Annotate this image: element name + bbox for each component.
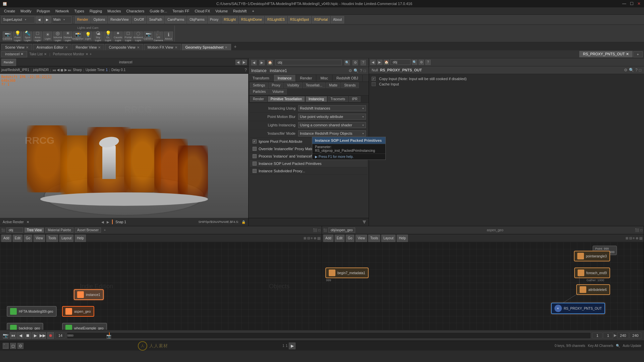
menu-redshift[interactable]: Redshift [230,8,249,14]
frame-end2[interactable]: 1 [603,333,613,339]
menu-volume[interactable]: Volume [213,8,230,14]
lnp-tools-btn[interactable]: Tools [46,235,58,242]
close-sceneview-icon[interactable]: ✕ [26,46,29,49]
rp-title-help[interactable]: ? [635,68,638,72]
props-stab-proxy[interactable]: Proxy [269,82,283,88]
right-node-content[interactable]: Point: 999 Metadata: 999 pointwrangle3 f… [322,242,644,330]
props-title-gear[interactable]: ⚙ [348,68,352,73]
rnp-tools-btn[interactable]: Tools [368,235,380,242]
rsportal-button[interactable]: RSPortal [312,16,330,23]
prop-instancing-dropdown[interactable]: Redshift Instances [298,105,366,111]
lnp-add-tab[interactable]: + [104,228,106,232]
props-stab-visibility[interactable]: Visibility [284,82,302,88]
lnp-edit-btn[interactable]: Edit [13,235,22,242]
node-hfta[interactable]: HFTA-Modeling00l-geo [7,306,57,317]
menu-characters[interactable]: Characters [124,8,147,14]
viewport-render-btn[interactable]: Render [1,59,16,66]
node-wheat[interactable]: wheatExample_geo [62,323,107,330]
vp-footer-close[interactable]: ✕ [26,220,29,224]
onoff-button[interactable]: On/Off [132,16,146,23]
shelf-camera-tool[interactable]: 📷 Camera [3,32,12,41]
props-search-icon[interactable]: 🔍 [344,60,350,65]
about-button[interactable]: About [331,16,344,23]
node-foreach-end9[interactable]: foreach_end9 [574,267,610,278]
props-tab-instance[interactable]: Instance [274,75,296,81]
props-stab-strands[interactable]: Strands [341,82,359,88]
tab-animeditor[interactable]: Animation Editor ✕ [33,44,71,50]
timeline-bar[interactable]: 0 50 100 150 200 📷 [67,332,591,339]
pb-prev[interactable]: ◀ [17,332,24,339]
frame-range-end[interactable]: 240 [630,333,641,339]
status-search-icon[interactable]: 🔍 [616,344,620,348]
tab-compositeview[interactable]: Composite View ✕ [105,44,143,50]
menu-rigging[interactable]: Rigging [87,8,105,14]
rp-title-search[interactable]: 🔍 [629,68,634,72]
props-title-expand[interactable]: □ [364,68,366,73]
subtab-add2[interactable]: + [633,51,643,57]
close-animeditor-icon[interactable]: ✕ [65,46,68,49]
close-button[interactable]: ✕ [637,1,641,6]
lnp-tab-materialpalette[interactable]: Material Palette [45,228,73,233]
menu-terrainff[interactable]: Terrain FF [170,8,192,14]
rnp-expand-btn[interactable]: ⬛ [323,229,327,232]
rp-title-expand[interactable]: □ [639,68,641,72]
shelf-camera2-tool[interactable]: 📷 Camera [144,32,153,41]
sb-btn2[interactable]: ◻ [10,343,16,349]
shelf-arealight-tool[interactable]: □ Area Light [33,32,42,41]
menu-muscles[interactable]: Muscles [105,8,123,14]
shelf-volumelight-tool[interactable]: ◎ Volume Light [53,32,62,41]
props-stab-particles[interactable]: Particles [250,89,269,95]
rp-nav-forward[interactable]: ▶ [377,60,382,65]
vp-next-btn[interactable]: ▶ [107,220,109,224]
add-tab-button[interactable]: + [232,43,238,50]
rp-help[interactable]: ? [425,60,431,65]
shelf-spotlight-tool[interactable]: 🔦 Spot Light [23,32,32,41]
close-geospreadsheet-icon[interactable]: ✕ [225,46,227,49]
rslighties-button[interactable]: RSLightIES [265,16,287,23]
rp-nav-back[interactable]: ◀ [370,60,376,65]
props-help-icon[interactable]: ? [361,60,366,65]
vp-pb5[interactable]: ⏭ [68,68,71,72]
shelf-distantlight-tool[interactable]: ☀ Distant Light [63,32,72,41]
vp-prev-btn[interactable]: ◀ [101,220,104,224]
props-tab-transform[interactable]: Transform [249,75,274,81]
prop-check-pivot[interactable] [253,139,257,143]
rnp-go-btn[interactable]: Go [346,235,354,242]
rnp-help-btn[interactable]: Help [397,235,408,242]
menu-cloudfx[interactable]: Cloud FX [192,8,213,14]
tab-renderview[interactable]: Render View ✕ [72,44,105,50]
close-motionfx-icon[interactable]: ✕ [175,46,177,49]
rp-title-gear[interactable]: ⚙ [624,68,628,72]
vp-pb3[interactable]: ⏹ [60,68,64,72]
objparms-button[interactable]: ObjParms [187,16,207,23]
shelf-skylight-tool[interactable]: 🌤 Sky Light [93,32,103,41]
maximize-button[interactable]: ☐ [629,1,634,6]
rnp-path[interactable]: obj/aspen_geo [328,228,355,233]
prop-lights-dropdown[interactable]: Using a common shared shader [298,122,366,128]
lnp-view-btn[interactable]: View [34,235,45,242]
subtab-rsproxy[interactable]: RS_PROXY_PNTS_OUT ✕ [579,51,633,57]
props-stab-tessellation[interactable]: Tessellati... [303,82,325,88]
lnp-maximize[interactable]: □ [318,228,320,232]
menu-types[interactable]: Types [72,8,87,14]
frame-end-val[interactable]: 240 [617,333,629,339]
shelf-ambient-tool[interactable]: ◌ Ambient Light [133,32,143,41]
props-scroll-down[interactable]: ▼ [361,219,367,226]
props-stab-settings[interactable]: Settings [250,82,268,88]
rnp-view-btn[interactable]: View [356,235,367,242]
props-stab-matte[interactable]: Matte [326,82,340,88]
rp-gear[interactable]: ⚙ [419,60,424,65]
renderview-button[interactable]: RenderView [108,16,131,23]
props-title-help[interactable]: ? [360,68,362,73]
shelf-gllight-tool[interactable]: 💡 GL Light [103,32,113,41]
node-begin7[interactable]: begin7_metadata1 [325,267,369,278]
close-composite-icon[interactable]: ✕ [137,46,140,49]
props-s2tab-ipr[interactable]: IPR [349,96,361,102]
rnp-layout-btn[interactable]: Layout [381,235,395,242]
shelf-pointlight-tool[interactable]: 💡 Point Light [13,32,22,41]
subtab-instancel[interactable]: instancel ✕ [1,51,27,57]
rslight-button[interactable]: RSLight [221,16,238,23]
close-renderview-icon[interactable]: ✕ [98,46,101,49]
props-nav-back[interactable]: ◀ [251,60,257,65]
props-tab-render[interactable]: Render [296,75,316,81]
